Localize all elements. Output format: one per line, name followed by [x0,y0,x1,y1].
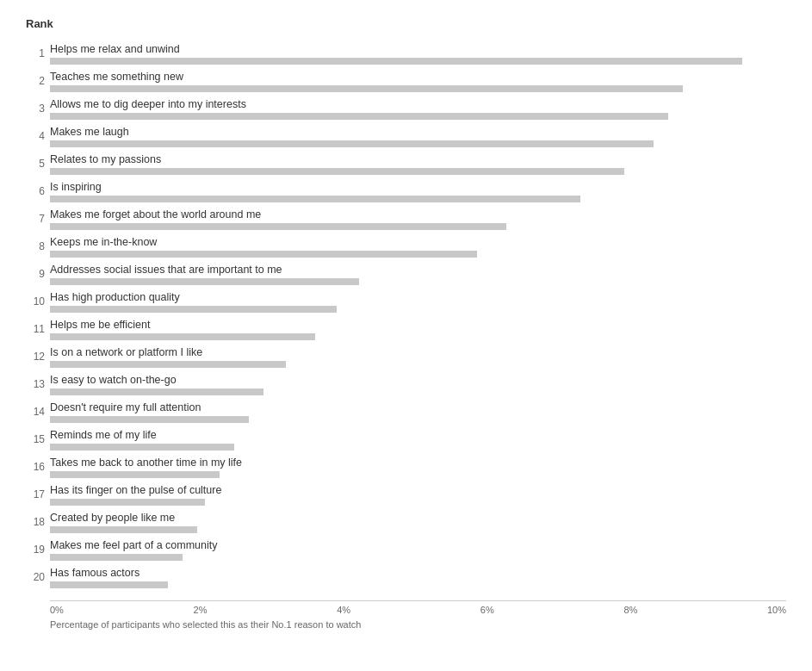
table-row: 5Relates to my passions [26,151,786,177]
row-label: Has high production quality [50,291,786,303]
x-axis-tick-label: 10% [767,605,786,615]
table-row: 20Has famous actors [26,564,786,590]
bar-fill [50,333,315,340]
bar-fill [50,526,197,533]
rank-number: 17 [26,488,50,500]
bar-fill [50,85,683,92]
row-label: Doesn't require my full attention [50,401,786,413]
rank-heading: Rank [26,17,786,30]
table-row: 4Makes me laugh [26,123,786,149]
row-content: Helps me relax and unwind [50,43,786,65]
row-content: Is on a network or platform I like [50,346,786,368]
bar-fill [50,471,220,478]
row-label: Is on a network or platform I like [50,346,786,358]
x-axis-tick-label: 2% [194,605,208,615]
table-row: 18Created by people like me [26,509,786,535]
row-content: Is easy to watch on-the-go [50,374,786,395]
row-label: Teaches me something new [50,71,786,83]
row-content: Takes me back to another time in my life [50,457,786,478]
bar-track [50,444,786,450]
table-row: 1Helps me relax and unwind [26,40,786,66]
rank-number: 18 [26,516,50,528]
x-axis-tick-label: 8% [623,605,637,615]
bar-track [50,388,786,395]
row-content: Keeps me in-the-know [50,236,786,258]
table-row: 19Makes me feel part of a community [26,537,786,562]
table-row: 14Doesn't require my full attention [26,399,786,425]
bar-track [50,306,786,313]
bar-track [50,140,786,147]
bar-track [50,196,786,202]
row-content: Doesn't require my full attention [50,401,786,423]
bar-fill [50,581,168,588]
row-content: Teaches me something new [50,71,786,92]
bar-fill [50,554,183,561]
row-label: Keeps me in-the-know [50,236,786,248]
bar-track [50,278,786,285]
bar-fill [50,223,506,230]
x-axis-tick-label: 6% [480,605,494,615]
rank-number: 7 [26,213,50,225]
row-label: Relates to my passions [50,153,786,165]
rank-number: 16 [26,461,50,473]
bar-track [50,361,786,368]
table-row: 17Has its finger on the pulse of culture [26,482,786,507]
row-label: Reminds me of my life [50,429,786,441]
row-label: Helps me relax and unwind [50,43,786,55]
row-label: Makes me forget about the world around m… [50,208,786,221]
row-content: Has famous actors [50,567,786,588]
bar-fill [50,499,205,506]
bar-track [50,471,786,478]
bar-fill [50,444,234,450]
x-axis-labels: 0%2%4%6%8%10% [50,605,786,615]
row-content: Has high production quality [50,291,786,313]
bar-track [50,223,786,230]
table-row: 10Has high production quality [26,289,786,314]
rank-number: 20 [26,571,50,583]
bar-track [50,113,786,120]
x-axis-caption: Percentage of participants who selected … [50,619,786,630]
row-label: Allows me to dig deeper into my interest… [50,98,786,110]
row-label: Is inspiring [50,181,786,193]
table-row: 12Is on a network or platform I like [26,344,786,370]
rank-number: 12 [26,351,50,363]
table-row: 16Takes me back to another time in my li… [26,454,786,480]
row-label: Has famous actors [50,567,786,579]
bar-track [50,251,786,258]
table-row: 2Teaches me something new [26,68,786,94]
row-label: Is easy to watch on-the-go [50,374,786,386]
row-label: Addresses social issues that are importa… [50,264,786,276]
bar-track [50,85,786,92]
x-axis-tick-label: 0% [50,605,64,615]
bar-track [50,416,786,423]
bar-track [50,333,786,340]
bar-fill [50,168,624,175]
rank-number: 6 [26,185,50,197]
bar-fill [50,306,337,313]
x-axis-tick-label: 4% [337,605,350,615]
bar-fill [50,196,580,202]
rank-number: 14 [26,406,50,418]
bar-track [50,581,786,588]
row-label: Makes me laugh [50,126,786,138]
row-content: Makes me feel part of a community [50,539,786,561]
bar-fill [50,58,742,65]
rank-number: 10 [26,295,50,308]
row-label: Helps me be efficient [50,319,786,331]
bar-fill [50,388,263,395]
bar-track [50,526,786,533]
rank-number: 11 [26,323,50,335]
bar-fill [50,416,249,423]
row-label: Makes me feel part of a community [50,539,786,551]
table-row: 7Makes me forget about the world around … [26,206,786,232]
bar-fill [50,278,359,285]
table-row: 6Is inspiring [26,178,786,204]
table-row: 3Allows me to dig deeper into my interes… [26,96,786,121]
row-content: Makes me laugh [50,126,786,147]
rank-number: 15 [26,433,50,445]
x-axis-area: 0%2%4%6%8%10% Percentage of participants… [26,600,786,630]
rank-number: 1 [26,47,50,59]
bar-fill [50,113,668,120]
bar-track [50,168,786,175]
row-content: Allows me to dig deeper into my interest… [50,98,786,120]
